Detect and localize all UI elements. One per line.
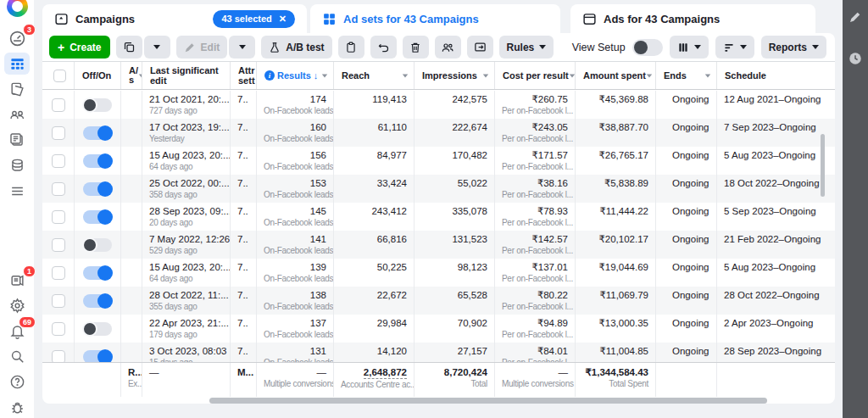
- row-checkbox[interactable]: [52, 266, 65, 280]
- ads-reporting-icon[interactable]: [4, 129, 30, 151]
- table-row[interactable]: 17 Oct 2023, 19:...Yesterday 7.. 160On-F…: [42, 119, 835, 147]
- row-toggle[interactable]: [83, 210, 112, 224]
- table-row[interactable]: 3 Oct 2023, 08:0315 days ago 7.. 131On-F…: [42, 343, 835, 362]
- table-row[interactable]: 15 Aug 2023, 20:...64 days ago 7.. 156On…: [42, 147, 835, 175]
- notifications-bell-icon[interactable]: 69: [4, 320, 30, 342]
- ads-manager-logo[interactable]: [4, 0, 30, 17]
- table-row[interactable]: 25 Oct 2022, 00:...358 days ago 7.. 153O…: [42, 175, 835, 203]
- edit-pencil-icon[interactable]: [849, 10, 862, 27]
- chevron-down-icon: [239, 45, 246, 49]
- chevron-down-icon: [153, 45, 160, 49]
- duplicate-button[interactable]: [116, 36, 142, 59]
- col-ends[interactable]: Ends: [656, 62, 717, 89]
- settings-gear-icon[interactable]: [4, 294, 30, 316]
- table-row[interactable]: 28 Sep 2023, 09:...20 days ago 7.. 145On…: [42, 203, 835, 231]
- chevron-down-icon: [539, 45, 546, 49]
- row-toggle[interactable]: [83, 182, 112, 196]
- table-row[interactable]: 28 Oct 2022, 11:...355 days ago 7.. 138O…: [42, 287, 835, 315]
- tab-ads-label: Ads for 43 Campaigns: [604, 13, 720, 25]
- col-attr[interactable]: Attrsett: [231, 62, 257, 89]
- help-icon[interactable]: [4, 371, 30, 393]
- reports-button[interactable]: Reports: [761, 36, 826, 59]
- pages-icon[interactable]: [4, 78, 30, 100]
- table-footer: R...Ex... — M... —Multiple conversions 2…: [42, 362, 835, 397]
- table-row[interactable]: 22 Apr 2023, 21:...179 days ago 7.. 137O…: [42, 315, 835, 343]
- duplicate-dropdown-button[interactable]: [144, 36, 170, 59]
- create-button[interactable]: + Create: [49, 36, 110, 59]
- clipboard-button[interactable]: [338, 36, 364, 59]
- tab-ad-sets-label: Ad sets for 43 Campaigns: [343, 13, 479, 25]
- undo-button[interactable]: [370, 36, 397, 59]
- row-toggle[interactable]: [83, 238, 112, 252]
- billing-icon[interactable]: [4, 154, 30, 176]
- updates-icon[interactable]: 1: [4, 269, 30, 291]
- history-clock-icon[interactable]: [848, 51, 863, 70]
- table-header: Off/On A/s Last significantedit Attrsett…: [42, 61, 835, 90]
- col-reach[interactable]: Reach: [334, 62, 415, 89]
- campaigns-folder-icon: [54, 12, 69, 26]
- breakdown-button[interactable]: [715, 36, 754, 59]
- row-checkbox[interactable]: [52, 126, 65, 140]
- col-results[interactable]: i Results ↓: [257, 62, 334, 89]
- delete-button[interactable]: [403, 36, 429, 59]
- rules-button[interactable]: Rules: [499, 36, 554, 59]
- content-card: + Create Edit A/B test: [42, 33, 835, 404]
- row-checkbox[interactable]: [52, 238, 65, 252]
- row-toggle[interactable]: [83, 154, 112, 168]
- table-row[interactable]: 7 May 2022, 12:26529 days ago 7.. 141On-…: [42, 231, 835, 259]
- edit-dropdown-button[interactable]: [229, 36, 255, 59]
- row-checkbox[interactable]: [52, 322, 65, 336]
- undo-icon: [377, 41, 390, 53]
- campaigns-table-icon[interactable]: [4, 53, 30, 75]
- plus-icon: +: [58, 41, 64, 54]
- columns-icon: [677, 42, 689, 53]
- row-checkbox[interactable]: [52, 182, 65, 196]
- row-checkbox[interactable]: [52, 350, 65, 363]
- table-body: 21 Oct 2021, 20:...727 days ago 7.. 174O…: [42, 91, 835, 362]
- edit-button[interactable]: Edit: [176, 36, 228, 59]
- col-impressions[interactable]: Impressions: [415, 62, 495, 89]
- tab-campaigns[interactable]: Campaigns 43 selected✕: [42, 4, 307, 33]
- clear-selection-icon[interactable]: ✕: [279, 14, 287, 25]
- row-checkbox[interactable]: [52, 210, 65, 224]
- table-row[interactable]: 21 Oct 2021, 20:...727 days ago 7.. 174O…: [42, 91, 835, 119]
- selected-count-pill[interactable]: 43 selected✕: [213, 10, 295, 28]
- info-icon: i: [264, 70, 275, 81]
- row-toggle[interactable]: [83, 294, 112, 308]
- row-toggle[interactable]: [83, 322, 112, 336]
- row-toggle[interactable]: [83, 98, 112, 112]
- select-all-checkbox[interactable]: [53, 70, 66, 82]
- ads-icon: [582, 12, 597, 26]
- all-tools-menu-icon[interactable]: [4, 180, 30, 202]
- row-toggle[interactable]: [83, 126, 112, 140]
- tab-ad-sets[interactable]: Ad sets for 43 Campaigns: [310, 4, 560, 33]
- account-overview-icon[interactable]: 3: [4, 27, 30, 49]
- col-spent[interactable]: Amount spent: [576, 62, 656, 89]
- col-last-edit[interactable]: Last significantedit: [142, 62, 231, 89]
- tab-campaigns-label: Campaigns: [75, 13, 135, 25]
- row-toggle[interactable]: [83, 266, 112, 280]
- horizontal-scrollbar[interactable]: [209, 398, 767, 404]
- ab-test-button[interactable]: A/B test: [261, 36, 331, 59]
- export-button[interactable]: [467, 36, 493, 59]
- col-cost[interactable]: Cost per result: [495, 62, 576, 89]
- vertical-scrollbar[interactable]: [821, 134, 825, 197]
- audiences-icon[interactable]: [4, 103, 30, 125]
- table-row[interactable]: 15 Aug 2023, 20:...64 days ago 7.. 139On…: [42, 259, 835, 287]
- view-setup-toggle[interactable]: [632, 39, 663, 56]
- trash-icon: [409, 42, 421, 53]
- tab-ads[interactable]: Ads for 43 Campaigns: [570, 4, 815, 33]
- right-sidebar: [843, 0, 868, 418]
- row-toggle[interactable]: [83, 350, 112, 363]
- row-checkbox[interactable]: [52, 98, 65, 112]
- report-bug-icon[interactable]: [4, 396, 30, 418]
- assign-button[interactable]: [435, 36, 461, 59]
- col-ab[interactable]: A/s: [121, 62, 142, 89]
- row-checkbox[interactable]: [52, 154, 65, 168]
- search-icon[interactable]: [4, 345, 30, 367]
- view-setup-label: View Setup: [572, 42, 626, 53]
- col-schedule[interactable]: Schedule: [717, 62, 835, 89]
- col-off-on[interactable]: Off/On: [75, 62, 121, 89]
- row-checkbox[interactable]: [52, 294, 65, 308]
- columns-button[interactable]: [670, 36, 709, 59]
